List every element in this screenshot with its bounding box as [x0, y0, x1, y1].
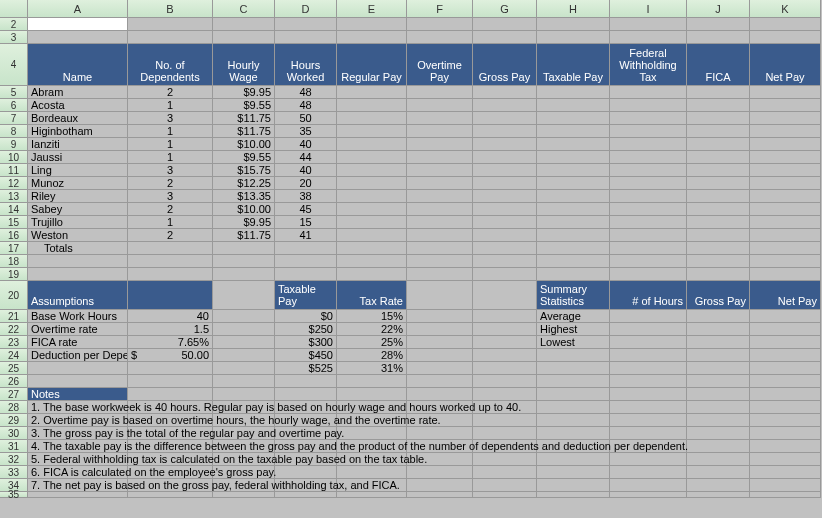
- cell-F10[interactable]: [407, 151, 473, 164]
- cell-B19[interactable]: [128, 268, 213, 281]
- cell-E17[interactable]: [337, 242, 407, 255]
- row-header-2[interactable]: 2: [0, 18, 28, 31]
- header-E[interactable]: Regular Pay: [337, 44, 407, 86]
- cell-J24[interactable]: [687, 349, 750, 362]
- assumption-val[interactable]: $50.00: [128, 349, 213, 362]
- header-C[interactable]: Hourly Wage: [213, 44, 275, 86]
- cell-B26[interactable]: [128, 375, 213, 388]
- employee-dep[interactable]: 2: [128, 86, 213, 99]
- section-header-I[interactable]: # of Hours: [610, 281, 687, 310]
- cell-J10[interactable]: [687, 151, 750, 164]
- cell-E27[interactable]: [337, 388, 407, 401]
- cell-I18[interactable]: [610, 255, 687, 268]
- section-header-F[interactable]: [407, 281, 473, 310]
- col-header-A[interactable]: A: [28, 0, 128, 18]
- cell-G14[interactable]: [473, 203, 537, 216]
- totals-label[interactable]: Totals: [28, 242, 128, 255]
- cell-H10[interactable]: [537, 151, 610, 164]
- cell-I2[interactable]: [610, 18, 687, 31]
- col-header-E[interactable]: E: [337, 0, 407, 18]
- cell-F30[interactable]: [407, 427, 473, 440]
- header-B[interactable]: No. of Dependents: [128, 44, 213, 86]
- cell-D26[interactable]: [275, 375, 337, 388]
- row-header-9[interactable]: 9: [0, 138, 28, 151]
- cell-J18[interactable]: [687, 255, 750, 268]
- cell-H30[interactable]: [537, 427, 610, 440]
- header-J[interactable]: FICA: [687, 44, 750, 86]
- cell-F2[interactable]: [407, 18, 473, 31]
- tax-pay[interactable]: $300: [275, 336, 337, 349]
- employee-dep[interactable]: 1: [128, 99, 213, 112]
- cell-B35[interactable]: [128, 492, 213, 498]
- cell-G22[interactable]: [473, 323, 537, 336]
- row-header-19[interactable]: 19: [0, 268, 28, 281]
- row-header-18[interactable]: 18: [0, 255, 28, 268]
- row-header-14[interactable]: 14: [0, 203, 28, 216]
- cell-G34[interactable]: [473, 479, 537, 492]
- cell-E18[interactable]: [337, 255, 407, 268]
- cell-H7[interactable]: [537, 112, 610, 125]
- cell-G11[interactable]: [473, 164, 537, 177]
- cell-E16[interactable]: [337, 229, 407, 242]
- note-line[interactable]: 6. FICA is calculated on the employee's …: [28, 466, 128, 479]
- cell-K12[interactable]: [750, 177, 821, 190]
- cell-K3[interactable]: [750, 31, 821, 44]
- cell-E10[interactable]: [337, 151, 407, 164]
- note-line[interactable]: 1. The base workweek is 40 hours. Regula…: [28, 401, 128, 414]
- cell-J13[interactable]: [687, 190, 750, 203]
- employee-wage[interactable]: $9.95: [213, 216, 275, 229]
- cell-K15[interactable]: [750, 216, 821, 229]
- col-header-I[interactable]: I: [610, 0, 687, 18]
- cell-D18[interactable]: [275, 255, 337, 268]
- cell-F25[interactable]: [407, 362, 473, 375]
- cell-J8[interactable]: [687, 125, 750, 138]
- note-line[interactable]: 3. The gross pay is the total of the reg…: [28, 427, 128, 440]
- employee-dep[interactable]: 3: [128, 112, 213, 125]
- cell-I6[interactable]: [610, 99, 687, 112]
- cell-F17[interactable]: [407, 242, 473, 255]
- section-header-C[interactable]: [213, 281, 275, 310]
- cell-J5[interactable]: [687, 86, 750, 99]
- cell-E6[interactable]: [337, 99, 407, 112]
- cell-I14[interactable]: [610, 203, 687, 216]
- cell-F11[interactable]: [407, 164, 473, 177]
- cell-J26[interactable]: [687, 375, 750, 388]
- cell-I15[interactable]: [610, 216, 687, 229]
- employee-hours[interactable]: 35: [275, 125, 337, 138]
- cell-E5[interactable]: [337, 86, 407, 99]
- employee-name[interactable]: Ianziti: [28, 138, 128, 151]
- employee-hours[interactable]: 20: [275, 177, 337, 190]
- cell-K13[interactable]: [750, 190, 821, 203]
- cell-G9[interactable]: [473, 138, 537, 151]
- cell-I26[interactable]: [610, 375, 687, 388]
- cell-C35[interactable]: [213, 492, 275, 498]
- cell-G26[interactable]: [473, 375, 537, 388]
- cell-F12[interactable]: [407, 177, 473, 190]
- assumption-val[interactable]: 40: [128, 310, 213, 323]
- cell-H8[interactable]: [537, 125, 610, 138]
- summary-row-label[interactable]: Average: [537, 310, 610, 323]
- cell-I13[interactable]: [610, 190, 687, 203]
- tax-rate[interactable]: 31%: [337, 362, 407, 375]
- cell-F35[interactable]: [407, 492, 473, 498]
- cell-I33[interactable]: [610, 466, 687, 479]
- row-header-24[interactable]: 24: [0, 349, 28, 362]
- tax-pay[interactable]: $250: [275, 323, 337, 336]
- col-header-D[interactable]: D: [275, 0, 337, 18]
- header-A[interactable]: Name: [28, 44, 128, 86]
- section-header-K[interactable]: Net Pay: [750, 281, 821, 310]
- cell-G12[interactable]: [473, 177, 537, 190]
- cell-G24[interactable]: [473, 349, 537, 362]
- cell-H25[interactable]: [537, 362, 610, 375]
- cell-F27[interactable]: [407, 388, 473, 401]
- cell-E15[interactable]: [337, 216, 407, 229]
- cell-J33[interactable]: [687, 466, 750, 479]
- employee-wage[interactable]: $13.35: [213, 190, 275, 203]
- cell-K34[interactable]: [750, 479, 821, 492]
- employee-name[interactable]: Ling: [28, 164, 128, 177]
- cell-G2[interactable]: [473, 18, 537, 31]
- cell-D33[interactable]: [275, 466, 337, 479]
- cell-D2[interactable]: [275, 18, 337, 31]
- cell-K11[interactable]: [750, 164, 821, 177]
- assumption-label[interactable]: FICA rate: [28, 336, 128, 349]
